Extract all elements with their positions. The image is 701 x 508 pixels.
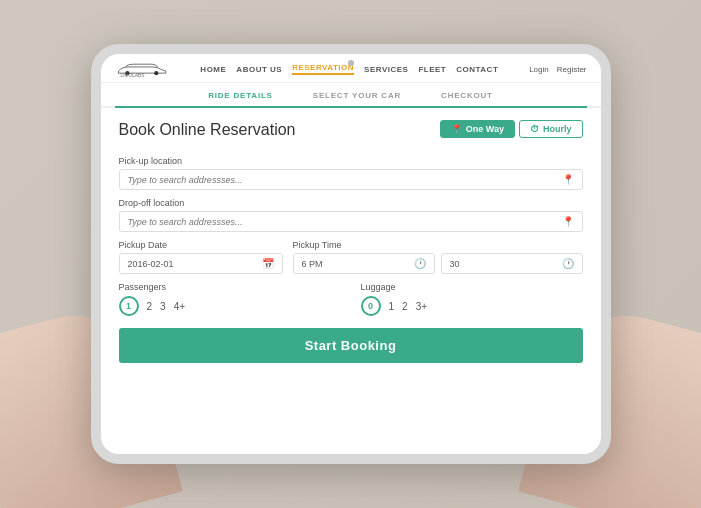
calendar-icon: 📅 <box>262 258 274 269</box>
nav-reservation[interactable]: RESERVATION <box>292 63 354 75</box>
pickup-date-input[interactable] <box>128 259 262 269</box>
passengers-group: Passengers 1 2 3 4+ <box>119 282 341 316</box>
tablet-screen: LIMOLABS HOME ABOUT US RESERVATION SERVI… <box>101 54 601 454</box>
main-content: Book Online Reservation 📍 One Way ⏱ Hour… <box>101 108 601 454</box>
time-inputs: 🕐 🕐 <box>293 253 583 274</box>
step-select-car[interactable]: SELECT YOUR CAR <box>313 91 401 106</box>
luggage-3plus[interactable]: 3+ <box>416 301 427 312</box>
step-ride-details[interactable]: RIDE DETAILS <box>208 91 273 106</box>
pickup-time-group: Pickup Time 🕐 🕐 <box>293 240 583 274</box>
pickup-date-label: Pickup Date <box>119 240 283 250</box>
register-link[interactable]: Register <box>557 65 587 74</box>
passengers-luggage-row: Passengers 1 2 3 4+ Luggage 0 1 2 3+ <box>119 282 583 316</box>
nav-fleet[interactable]: FLEET <box>418 65 446 74</box>
top-nav: LIMOLABS HOME ABOUT US RESERVATION SERVI… <box>101 54 601 83</box>
pickup-location-group: Pick-up location 📍 <box>119 156 583 190</box>
svg-point-1 <box>154 71 158 75</box>
pickup-hour-wrapper[interactable]: 🕐 <box>293 253 435 274</box>
dropoff-location-label: Drop-off location <box>119 198 583 208</box>
pickup-location-icon: 📍 <box>562 174 574 185</box>
passengers-3[interactable]: 3 <box>160 301 166 312</box>
page-title: Book Online Reservation <box>119 121 296 139</box>
pickup-hour-input[interactable] <box>302 259 414 269</box>
luggage-0[interactable]: 0 <box>361 296 381 316</box>
steps-bar: RIDE DETAILS SELECT YOUR CAR CHECKOUT <box>101 83 601 108</box>
pickup-time-label: Pickup Time <box>293 240 583 250</box>
passengers-choices: 1 2 3 4+ <box>119 296 341 316</box>
auth-links: Login Register <box>529 65 586 74</box>
passengers-2[interactable]: 2 <box>147 301 153 312</box>
passengers-1[interactable]: 1 <box>119 296 139 316</box>
nav-home[interactable]: HOME <box>200 65 226 74</box>
dropoff-location-group: Drop-off location 📍 <box>119 198 583 232</box>
tablet-frame: LIMOLABS HOME ABOUT US RESERVATION SERVI… <box>91 44 611 464</box>
pickup-location-input[interactable] <box>128 175 562 185</box>
clock-icon: 🕐 <box>414 258 426 269</box>
luggage-group: Luggage 0 1 2 3+ <box>361 282 583 316</box>
pickup-minute-wrapper[interactable]: 🕐 <box>441 253 583 274</box>
nav-links: HOME ABOUT US RESERVATION SERVICES FLEET… <box>200 63 498 75</box>
booking-toggle: 📍 One Way ⏱ Hourly <box>440 120 583 138</box>
clock-minutes-icon: 🕐 <box>562 258 574 269</box>
dropoff-location-input-wrapper[interactable]: 📍 <box>119 211 583 232</box>
one-way-toggle[interactable]: 📍 One Way <box>440 120 515 138</box>
step-checkout[interactable]: CHECKOUT <box>441 91 493 106</box>
svg-text:LIMOLABS: LIMOLABS <box>120 73 144 78</box>
pickup-minute-input[interactable] <box>450 259 562 269</box>
pickup-date-group: Pickup Date 📅 <box>119 240 283 274</box>
hourly-toggle[interactable]: ⏱ Hourly <box>519 120 583 138</box>
date-time-row: Pickup Date 📅 Pickup Time 🕐 <box>119 240 583 274</box>
one-way-label: One Way <box>466 124 504 134</box>
hourly-label: Hourly <box>543 124 572 134</box>
pickup-date-input-wrapper[interactable]: 📅 <box>119 253 283 274</box>
passengers-4plus[interactable]: 4+ <box>174 301 185 312</box>
pickup-location-input-wrapper[interactable]: 📍 <box>119 169 583 190</box>
brand-car-icon: LIMOLABS <box>115 60 170 78</box>
luggage-1[interactable]: 1 <box>389 301 395 312</box>
dropoff-location-input[interactable] <box>128 217 562 227</box>
luggage-choices: 0 1 2 3+ <box>361 296 583 316</box>
dropoff-location-icon: 📍 <box>562 216 574 227</box>
pickup-location-label: Pick-up location <box>119 156 583 166</box>
luggage-2[interactable]: 2 <box>402 301 408 312</box>
nav-services[interactable]: SERVICES <box>364 65 408 74</box>
luggage-label: Luggage <box>361 282 583 292</box>
passengers-label: Passengers <box>119 282 341 292</box>
nav-contact[interactable]: CONTACT <box>456 65 498 74</box>
brand-logo: LIMOLABS <box>115 60 170 78</box>
login-link[interactable]: Login <box>529 65 549 74</box>
start-booking-button[interactable]: Start Booking <box>119 328 583 363</box>
nav-about[interactable]: ABOUT US <box>236 65 282 74</box>
